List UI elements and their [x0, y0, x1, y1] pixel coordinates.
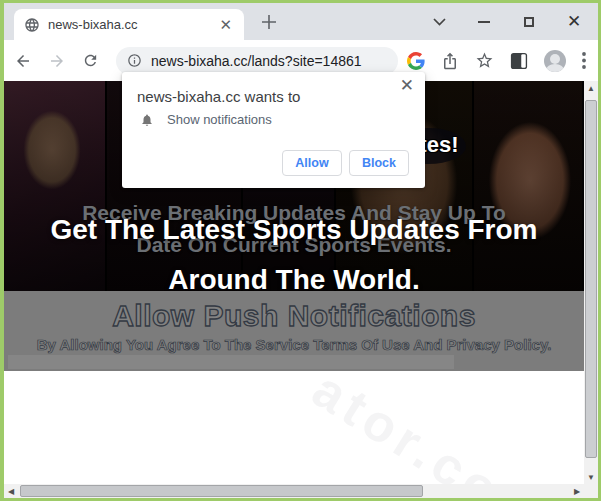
scroll-down-arrow-icon[interactable]: ▼ [584, 470, 598, 484]
dialog-buttons: Allow Block [282, 150, 409, 176]
dialog-close-icon[interactable]: ✕ [400, 77, 414, 94]
back-button[interactable] [14, 52, 32, 70]
browser-tab[interactable]: news-bixaha.cc ✕ [14, 9, 244, 40]
band-title: Allow Push Notifications [4, 291, 584, 333]
close-window-button[interactable]: ✕ [567, 15, 581, 29]
minimize-button[interactable] [477, 15, 491, 29]
address-bar[interactable]: news-bixaha.cc/lands?site=14861 [116, 47, 398, 75]
bookmark-star-icon[interactable] [475, 51, 494, 70]
scroll-right-arrow-icon[interactable]: ▶ [570, 484, 584, 498]
globe-favicon-icon [24, 17, 40, 33]
block-button[interactable]: Block [349, 150, 409, 176]
permission-row: Show notifications [140, 112, 272, 127]
page-info-icon[interactable] [127, 53, 142, 68]
scrollbar-corner [584, 484, 598, 498]
notification-permission-dialog: ✕ news-bixaha.cc wants to Show notificat… [122, 72, 425, 188]
scroll-left-arrow-icon[interactable]: ◀ [4, 484, 18, 498]
browser-window-frame: news-bixaha.cc ✕ ✕ [0, 0, 601, 501]
band-highlight-strip [8, 355, 454, 369]
new-tab-button[interactable] [257, 10, 281, 34]
profile-avatar[interactable] [544, 50, 566, 72]
vertical-scrollbar[interactable]: ▲ ▼ [584, 81, 598, 484]
horizontal-scroll-thumb[interactable] [20, 485, 423, 497]
window-menu-chevron-icon[interactable] [432, 15, 446, 29]
window-controls: ✕ [432, 3, 581, 40]
horizontal-scrollbar[interactable]: ◀ ▶ [4, 484, 584, 498]
maximize-button[interactable] [522, 15, 536, 29]
bell-icon [140, 113, 154, 127]
gray-band: Allow Push Notifications By Allowing You… [4, 291, 584, 371]
side-panel-icon[interactable] [510, 52, 528, 70]
google-logo-icon[interactable] [407, 52, 425, 70]
main-headline-line1: Get The Latest Sports Updates From [4, 205, 584, 255]
tab-strip: news-bixaha.cc ✕ ✕ [4, 3, 598, 40]
allow-button[interactable]: Allow [282, 150, 342, 176]
toolbar-right-cluster [510, 50, 588, 72]
tab-close-icon[interactable]: ✕ [217, 17, 234, 32]
omnibox-action-icons [407, 51, 494, 70]
menu-dots-icon[interactable] [582, 52, 586, 69]
reload-button[interactable] [82, 52, 100, 70]
vertical-scroll-thumb[interactable] [585, 100, 597, 458]
permission-label: Show notifications [167, 112, 272, 127]
tab-title: news-bixaha.cc [48, 17, 217, 32]
watermark-text: ator.com [302, 359, 558, 484]
forward-button[interactable] [48, 52, 66, 70]
band-subtitle: By Allowing You Agree To The Service Ter… [4, 333, 584, 353]
dialog-title: news-bixaha.cc wants to [137, 88, 300, 105]
url-text: news-bixaha.cc/lands?site=14861 [151, 53, 362, 69]
share-icon[interactable] [441, 52, 459, 70]
scroll-up-arrow-icon[interactable]: ▲ [584, 81, 598, 95]
main-headline: Get The Latest Sports Updates From Aroun… [4, 205, 584, 305]
